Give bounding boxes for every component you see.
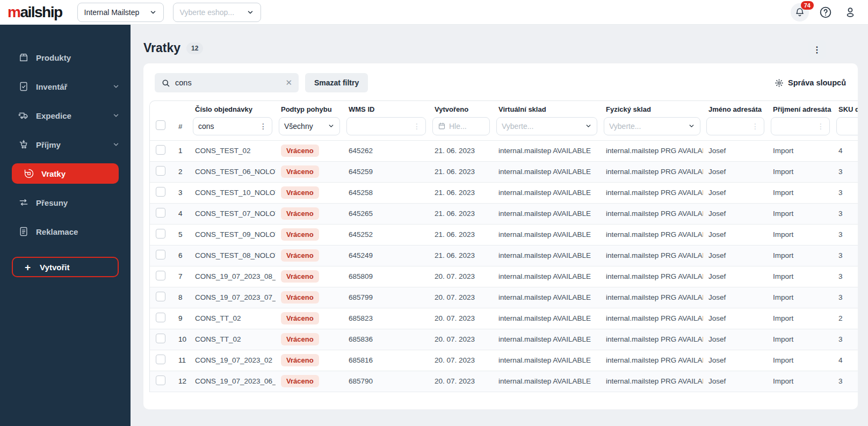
sku-delivered-cell: 3 xyxy=(833,224,858,245)
select-all-checkbox[interactable] xyxy=(156,120,165,130)
page-actions-button[interactable]: ⋮ xyxy=(808,40,826,59)
wms-id-cell: 645262 xyxy=(343,140,429,161)
table-row[interactable]: 11 CONS_19_07_2023_02 Vráceno 685816 20.… xyxy=(150,350,858,371)
sidebar-item-vratky[interactable]: Vratky xyxy=(12,163,119,184)
sidebar-item-label: Produkty xyxy=(36,53,71,62)
col-header-movement-subtype[interactable]: Podtyp pohybu xyxy=(276,101,343,114)
col-header-order-number[interactable]: Číslo objednávky xyxy=(190,101,276,114)
table-row[interactable]: 8 CONS_19_07_2023_07_NOLOT Vráceno 68579… xyxy=(150,287,858,308)
chevron-down-icon xyxy=(247,9,254,16)
order-number-cell: CONS_19_07_2023_08_NOLOT xyxy=(190,266,276,287)
order-number-cell: CONS_TEST_10_NOLOT xyxy=(190,182,276,203)
status-badge: Vráceno xyxy=(281,165,319,178)
sidebar-item-prijmy[interactable]: Příjmy xyxy=(0,130,131,159)
physical-warehouse-filter[interactable]: Vyberte... xyxy=(604,117,700,135)
row-checkbox[interactable] xyxy=(156,292,165,301)
table-row[interactable]: 10 CONS_TT_02 Vráceno 685836 20. 07. 202… xyxy=(150,329,858,350)
first-name-cell: Josef xyxy=(703,287,768,308)
last-name-cell: Import xyxy=(768,224,833,245)
filters-toolbar: ✕ Smazat filtry Správa sloupců xyxy=(143,63,858,100)
col-header-physical-warehouse[interactable]: Fyzický sklad xyxy=(601,101,703,114)
create-button[interactable]: + Vytvořit xyxy=(12,257,119,277)
first-name-cell: Josef xyxy=(703,371,768,392)
movement-subtype-filter[interactable]: Všechny xyxy=(279,117,340,135)
table-row[interactable]: 3 CONS_TEST_10_NOLOT Vráceno 645258 21. … xyxy=(150,182,858,203)
filter-menu-icon[interactable]: ⋮ xyxy=(817,122,824,130)
sidebar-item-inventar[interactable]: Inventář xyxy=(0,72,131,101)
sidebar-item-produkty[interactable]: Produkty xyxy=(0,43,131,72)
user-menu-button[interactable] xyxy=(842,4,858,20)
clear-search-icon[interactable]: ✕ xyxy=(285,78,292,88)
manage-columns-button[interactable]: Správa sloupců xyxy=(775,78,846,88)
first-name-cell: Josef xyxy=(703,245,768,266)
virtual-warehouse-cell: internal.mailstep AVAILABLE xyxy=(493,350,601,371)
eshop-select[interactable]: Vyberte eshop... xyxy=(173,3,261,22)
row-checkbox[interactable] xyxy=(156,250,165,259)
row-checkbox[interactable] xyxy=(156,376,165,385)
wms-id-filter[interactable]: ⋮ xyxy=(346,117,426,135)
wms-id-filter-input[interactable] xyxy=(352,122,410,131)
table-row[interactable]: 9 CONS_TT_02 Vráceno 685823 20. 07. 2023… xyxy=(150,308,858,329)
virtual-warehouse-cell: internal.mailstep AVAILABLE xyxy=(493,371,601,392)
col-header-wms-id[interactable]: WMS ID xyxy=(343,101,429,114)
col-header-created[interactable]: Vytvořeno xyxy=(429,101,493,114)
first-name-filter[interactable]: ⋮ xyxy=(706,117,764,135)
eshop-select-placeholder: Vyberte eshop... xyxy=(180,8,234,17)
order-number-filter[interactable]: ⋮ xyxy=(193,117,272,135)
column-headers-row: Číslo objednávky Podtyp pohybu WMS ID Vy… xyxy=(150,101,858,114)
row-checkbox[interactable] xyxy=(156,187,165,197)
row-checkbox[interactable] xyxy=(156,313,165,322)
sidebar-item-reklamace[interactable]: Reklamace xyxy=(0,217,131,246)
created-date-filter[interactable]: Hle... xyxy=(432,117,490,135)
table-row[interactable]: 1 CONS_TEST_02 Vráceno 645262 21. 06. 20… xyxy=(150,140,858,161)
col-header-recipient-last-name[interactable]: Příjmení adresáta xyxy=(768,101,833,114)
created-date-cell: 21. 06. 2023 xyxy=(429,245,493,266)
row-index: 11 xyxy=(172,350,190,371)
last-name-filter-input[interactable] xyxy=(776,122,814,131)
row-checkbox[interactable] xyxy=(156,271,165,280)
table-row[interactable]: 2 CONS_TEST_06_NOLOT Vráceno 645259 21. … xyxy=(150,161,858,182)
col-header-sku-delivered[interactable]: SKU dodáno xyxy=(833,101,858,114)
order-number-filter-input[interactable] xyxy=(198,122,256,131)
wms-id-cell: 685816 xyxy=(343,350,429,371)
table-row[interactable]: 12 CONS_19_07_2023_06_NOLOT Vráceno 6857… xyxy=(150,371,858,392)
row-checkbox[interactable] xyxy=(156,229,165,239)
col-header-recipient-first-name[interactable]: Jméno adresáta xyxy=(703,101,768,114)
create-button-label: Vytvořit xyxy=(40,263,69,272)
first-name-filter-input[interactable] xyxy=(712,122,748,131)
first-name-cell: Josef xyxy=(703,203,768,224)
row-checkbox[interactable] xyxy=(156,208,165,218)
sku-delivered-cell: 3 xyxy=(833,203,858,224)
search-box[interactable]: ✕ xyxy=(155,73,299,92)
last-name-cell: Import xyxy=(768,329,833,350)
row-checkbox[interactable] xyxy=(156,355,165,364)
notifications-button[interactable]: 74 xyxy=(791,3,809,21)
row-checkbox[interactable] xyxy=(156,334,165,343)
virtual-warehouse-filter[interactable]: Vyberte... xyxy=(496,117,597,135)
last-name-filter[interactable]: ⋮ xyxy=(771,117,830,135)
sku-delivered-filter-input[interactable] xyxy=(842,122,858,131)
search-input[interactable] xyxy=(175,78,280,87)
table-row[interactable]: 5 CONS_TEST_09_NOLOT Vráceno 645252 21. … xyxy=(150,224,858,245)
row-checkbox[interactable] xyxy=(156,145,165,155)
help-button[interactable] xyxy=(818,4,834,20)
clear-filters-button[interactable]: Smazat filtry xyxy=(305,73,368,92)
sku-delivered-cell: 3 xyxy=(833,287,858,308)
sku-delivered-filter[interactable] xyxy=(836,117,858,135)
row-checkbox[interactable] xyxy=(156,166,165,176)
filter-row: # ⋮ Všechny xyxy=(150,114,858,141)
filter-menu-icon[interactable]: ⋮ xyxy=(413,122,421,130)
table-row[interactable]: 6 CONS_TEST_08_NOLOT Vráceno 645249 21. … xyxy=(150,245,858,266)
sidebar-item-expedice[interactable]: Expedice xyxy=(0,101,131,130)
filter-menu-icon[interactable]: ⋮ xyxy=(259,122,267,130)
status-badge: Vráceno xyxy=(281,249,319,262)
filter-menu-icon[interactable]: ⋮ xyxy=(751,122,759,130)
col-header-virtual-warehouse[interactable]: Virtuální sklad xyxy=(493,101,601,114)
sidebar-item-presuny[interactable]: Přesuny xyxy=(0,188,131,217)
account-select[interactable]: Internal Mailstep xyxy=(77,3,164,22)
created-date-cell: 21. 06. 2023 xyxy=(429,161,493,182)
status-badge: Vráceno xyxy=(281,186,319,199)
table-row[interactable]: 7 CONS_19_07_2023_08_NOLOT Vráceno 68580… xyxy=(150,266,858,287)
calendar-icon xyxy=(438,122,446,130)
table-row[interactable]: 4 CONS_TEST_07_NOLOT Vráceno 645265 21. … xyxy=(150,203,858,224)
